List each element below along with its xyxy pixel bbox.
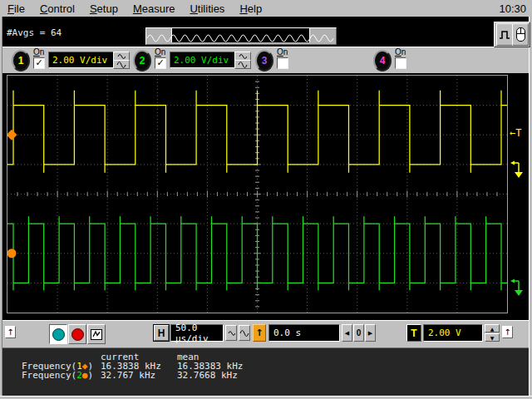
sine-squiggle-icon (146, 28, 334, 42)
trigger-level-value: 2.00 V (428, 328, 461, 338)
horizontal-label: H (158, 328, 165, 339)
channel1-controls: 1 On ✓ 2.00 V/div (12, 47, 133, 74)
run-icon (52, 328, 65, 341)
sine-small-icon (228, 330, 235, 336)
channel4-on-label: On (395, 47, 406, 57)
menu-item-setup[interactable]: Setup (82, 1, 126, 17)
timebase-value: 50.0 µs/div (175, 323, 223, 344)
channel3-on-label: On (277, 47, 288, 57)
channel1-scale-value: 2.00 V/div (52, 55, 107, 66)
arrow-up-icon: ↑ (504, 328, 510, 337)
trigger-position-button[interactable]: ↑ (253, 324, 266, 342)
trace-channel2[interactable] (7, 216, 507, 290)
channel4-number: 4 (380, 55, 386, 66)
channel2-offset-marker[interactable] (7, 249, 17, 258)
channel1-scale-field[interactable]: 2.00 V/div (48, 52, 115, 68)
run-button[interactable] (49, 324, 67, 344)
sine-large-icon (238, 61, 248, 68)
stop-button[interactable] (68, 324, 86, 344)
measurement-row: Frequency(1◆) 16.3838 kHz 16.38383 kHz (2, 361, 530, 370)
channel2-scale-field[interactable]: 2.00 V/div (170, 52, 236, 68)
window-frame (0, 17, 2, 397)
channel4-on-checkbox[interactable] (395, 57, 406, 69)
trace-channel1[interactable] (7, 91, 507, 173)
stop-icon (71, 328, 84, 341)
menu-item-control[interactable]: Control (32, 1, 82, 17)
left-arrow-icon: ◀ (345, 330, 349, 337)
channel1-on-checkbox[interactable]: ✓ (33, 57, 45, 69)
ground-arrow-icon (510, 278, 524, 297)
scope-plot[interactable] (7, 76, 507, 313)
triangle-up-icon: ▲ (490, 326, 495, 332)
zero-label: 0 (357, 328, 362, 337)
channel1-number: 1 (18, 55, 24, 66)
ground-arrow-icon (510, 160, 524, 179)
mouse-icon (515, 27, 526, 42)
channel1-offset-marker[interactable] (7, 130, 17, 140)
marker-up-button-2[interactable]: ↑ (502, 326, 513, 338)
pulse-mode-button[interactable] (496, 23, 513, 46)
graticule-area[interactable] (7, 75, 508, 313)
menu-item-measure[interactable]: Measure (126, 1, 183, 17)
trigger-label: T (411, 328, 416, 339)
window-frame (0, 396, 532, 399)
single-acquisition-button[interactable] (87, 324, 106, 344)
channel2-on-checkbox[interactable]: ✓ (155, 57, 166, 69)
menu-item-utilities[interactable]: Utilities (182, 1, 232, 17)
measurement-row: Frequency(2●) 32.767 kHz 32.7668 kHz (2, 370, 530, 379)
scale-fine-down-button[interactable] (113, 60, 130, 69)
channel3-on-checkbox[interactable] (277, 57, 288, 69)
timebase-fine-button[interactable] (225, 325, 237, 341)
timebase-coarse-button[interactable] (239, 325, 250, 341)
channel2-scale-spinner (234, 52, 251, 68)
channel3-badge[interactable]: 3 (255, 50, 273, 71)
channel-controls-row: 1 On ✓ 2.00 V/div 2 On ✓ 2.00 V/div 3 On (2, 47, 530, 74)
horizontal-menu-button[interactable]: H (154, 325, 169, 341)
trigger-level-marker[interactable]: ←T (510, 127, 521, 139)
horizontal-position-field[interactable]: 0.0 s (268, 324, 340, 342)
trigger-menu-button[interactable]: T (406, 324, 421, 342)
channel4-badge[interactable]: 4 (373, 50, 392, 71)
triangle-down-icon: ▼ (490, 335, 495, 341)
level-up-button[interactable]: ▲ (485, 324, 500, 332)
square-pulse-icon (498, 28, 511, 42)
position-left-button[interactable]: ◀ (342, 324, 352, 342)
sine-small-icon (239, 53, 247, 59)
horizontal-trigger-toolbar: ↑ H 50.0 µs/div ↑ 0.0 s ◀ 0 ▶ T 2.00 V ▲… (2, 320, 530, 348)
pointer-mode-button[interactable] (512, 23, 529, 46)
status-row: #Avgs = 64 (0, 17, 532, 47)
channel1-on-label: On (33, 47, 44, 57)
window-frame (529, 17, 532, 397)
channel2-controls: 2 On ✓ 2.00 V/div (133, 47, 254, 74)
position-zero-button[interactable]: 0 (353, 324, 364, 342)
menu-item-file[interactable]: File (0, 1, 32, 17)
scale-fine-down-button[interactable] (234, 60, 251, 69)
ground-marker-arrow[interactable] (510, 160, 524, 182)
measurement-mean: 32.7668 kHz (177, 370, 238, 381)
trigger-level-field[interactable]: 2.00 V (423, 324, 483, 342)
measurement-header: current mean (2, 352, 530, 361)
timebase-field[interactable]: 50.0 µs/div (170, 324, 224, 342)
measurement-results-panel: current mean Frequency(1◆) 16.3838 kHz 1… (2, 347, 530, 397)
sine-large-icon (116, 61, 126, 68)
menu-bar: FileControlSetupMeasureUtilitiesHelp (0, 0, 532, 17)
position-right-button[interactable]: ▶ (365, 324, 376, 342)
arrow-up-icon: ↑ (255, 328, 263, 338)
channel4-controls: 4 On (373, 47, 423, 74)
waveform-display[interactable]: ←T (0, 73, 532, 320)
marker-up-button[interactable]: ↑ (5, 326, 16, 338)
quick-buttons-panel (494, 22, 530, 47)
ground-marker-arrow[interactable] (510, 278, 524, 300)
menu-item-help[interactable]: Help (232, 1, 269, 17)
channel2-badge[interactable]: 2 (133, 50, 151, 71)
averages-label: #Avgs = 64 (7, 27, 62, 38)
channel2-number: 2 (140, 55, 145, 66)
right-arrow-icon: ▶ (368, 330, 372, 337)
channel3-controls: 3 On (255, 47, 305, 74)
channel2-on-label: On (155, 47, 165, 57)
acquisition-memory-bar[interactable] (145, 27, 337, 45)
arrow-up-icon: ↑ (7, 328, 13, 337)
level-down-button[interactable]: ▼ (485, 333, 500, 342)
channel1-badge[interactable]: 1 (12, 50, 30, 71)
channel1-scale-spinner (113, 52, 130, 68)
